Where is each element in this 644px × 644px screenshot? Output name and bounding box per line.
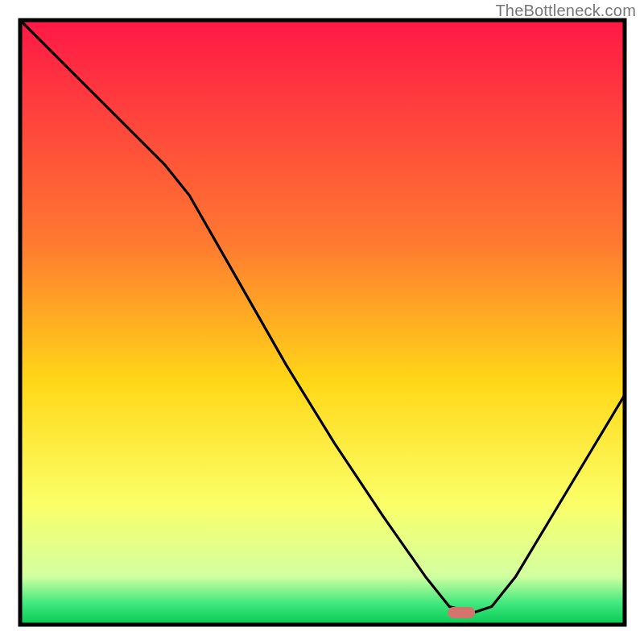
bottleneck-chart — [0, 0, 644, 644]
optimum-marker — [448, 607, 475, 618]
